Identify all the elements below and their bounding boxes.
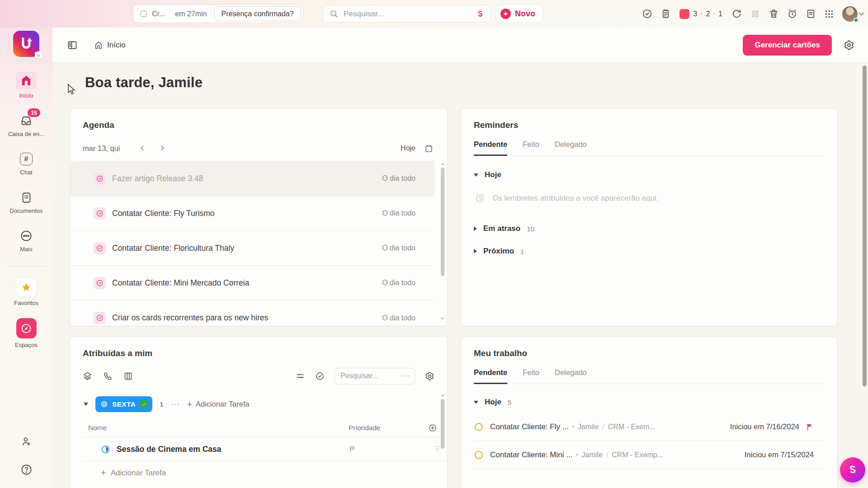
task-status-icon[interactable] <box>101 445 110 454</box>
task-status-icon[interactable] <box>475 423 483 431</box>
sidebar-item-chat[interactable]: # Chat <box>1 152 52 176</box>
apps-grid-icon[interactable] <box>824 9 835 19</box>
more-options-icon[interactable]: ··· <box>401 371 410 380</box>
my-work-card: Meu trabalho Pendente Feito Delegado Hoj… <box>461 336 838 488</box>
agenda-event-row[interactable]: Contatar Cliente: Floricultura Thaly O d… <box>70 231 434 266</box>
next-day-button[interactable] <box>156 142 168 154</box>
work-task-row[interactable]: Contatar Cliente: Mini ... • Jamile / CR… <box>474 441 825 469</box>
search-icon <box>330 9 338 18</box>
tab-delegado[interactable]: Delegado <box>555 368 587 384</box>
event-check-icon[interactable] <box>94 207 106 220</box>
priority-flag-icon[interactable] <box>349 446 356 453</box>
reminders-overdue-section[interactable]: Em atraso 10 <box>474 224 825 233</box>
reminders-upcoming-section[interactable]: Próximo 1 <box>474 247 825 256</box>
check-circle-icon[interactable] <box>315 371 325 381</box>
group-row-sexta: SEXTA 1 ··· + Adicionar Tarefa <box>84 396 434 412</box>
help-icon[interactable] <box>19 463 33 476</box>
timer-widget[interactable]: Cr... em 27min Presença confirmada? <box>133 5 303 23</box>
trash-icon[interactable] <box>768 9 779 19</box>
assigned-search-input[interactable] <box>340 372 386 380</box>
assigned-search[interactable]: ··· <box>335 368 415 385</box>
board-columns-icon[interactable] <box>123 371 133 381</box>
sidebar-item-mais[interactable]: Mais <box>1 229 52 253</box>
agenda-today-button[interactable]: Hoje <box>401 144 415 152</box>
my-work-today-section[interactable]: Hoje 5 <box>474 398 825 407</box>
tab-pendente[interactable]: Pendente <box>474 140 507 156</box>
tab-pendente[interactable]: Pendente <box>474 368 507 384</box>
task-status-icon[interactable] <box>475 451 483 459</box>
sidebar-item-documentos[interactable]: Documentos <box>1 191 52 214</box>
agenda-date-bar: mar 13, qui Hoje <box>83 141 434 155</box>
group-pill-sexta[interactable]: SEXTA <box>95 396 152 412</box>
ai-assistant-icon[interactable] <box>475 9 485 19</box>
tab-feito[interactable]: Feito <box>523 368 539 384</box>
overdue-flag-icon <box>806 423 814 431</box>
assigned-scrollbar[interactable]: ▲ <box>440 393 445 483</box>
event-check-icon[interactable] <box>94 242 106 254</box>
alarm-clock-icon[interactable] <box>787 9 797 19</box>
new-item-button[interactable]: + Novo <box>495 5 543 23</box>
event-check-icon[interactable] <box>94 312 106 324</box>
assigned-table-header: Nome Prioridade <box>83 418 447 437</box>
workspace-logo[interactable] <box>13 31 39 57</box>
add-column-icon[interactable] <box>428 423 437 432</box>
timer-task-label: Cr... <box>152 10 165 18</box>
check-circle-icon[interactable] <box>642 9 652 19</box>
drag-handle[interactable]: ⠿ <box>435 445 439 453</box>
manage-cards-button[interactable]: Gerenciar cartões <box>743 35 832 56</box>
ai-swirl-icon <box>846 464 859 476</box>
tab-feito[interactable]: Feito <box>523 140 539 155</box>
timer-task[interactable]: Cr... <box>140 10 165 18</box>
search-input[interactable] <box>344 9 470 19</box>
event-check-icon[interactable] <box>94 277 106 289</box>
columns-view-icon[interactable] <box>750 9 760 19</box>
status-counters[interactable]: 3 2 1 <box>679 9 722 19</box>
footer-add-task[interactable]: + Adicionar Tarefa <box>101 468 447 478</box>
main-content: Boa tarde, Jamile Agenda mar 13, qui Hoj… <box>52 63 868 488</box>
caret-down-icon[interactable] <box>84 403 88 406</box>
sidebar-item-espacos[interactable]: Espaços <box>1 318 52 348</box>
add-task-button[interactable]: + Adicionar Tarefa <box>187 399 250 409</box>
presence-confirm-button[interactable]: Presença confirmada? <box>214 6 301 21</box>
group-task-count: 1 <box>160 400 164 408</box>
settings-gear-icon[interactable] <box>844 40 854 51</box>
reminders-today-section[interactable]: Hoje <box>474 170 825 179</box>
group-more-icon[interactable]: ··· <box>171 400 180 409</box>
agenda-event-row[interactable]: Fazer artigo Release 3.48 O dia todo <box>70 161 434 196</box>
event-check-icon[interactable] <box>94 173 106 185</box>
list-name: CRM - Exem... <box>608 423 656 431</box>
agenda-event-row[interactable]: Contatar Cliente: Fly Turismo O dia todo <box>70 196 434 231</box>
sidebar-item-inicio[interactable]: Início <box>1 72 52 99</box>
ai-assistant-fab[interactable] <box>840 457 865 483</box>
user-menu[interactable] <box>842 6 863 22</box>
tab-delegado[interactable]: Delegado <box>555 140 587 155</box>
invite-user-icon[interactable] <box>19 435 33 448</box>
page-scrollbar[interactable] <box>863 66 867 386</box>
workspace-switcher-icon[interactable] <box>35 52 42 59</box>
filter-icon[interactable] <box>296 371 305 381</box>
assignee: Jamile <box>582 451 603 459</box>
clipboard-icon[interactable] <box>660 9 671 19</box>
document-icon[interactable] <box>805 9 816 19</box>
inbox-count-badge: 15 <box>28 108 40 117</box>
refresh-icon[interactable] <box>731 9 742 19</box>
prev-day-button[interactable] <box>137 142 148 154</box>
breadcrumb[interactable]: Início <box>94 41 126 50</box>
agenda-event-row[interactable]: Contatar Cliente: Mini Mercado Correia O… <box>70 266 434 300</box>
settings-gear-icon[interactable] <box>425 371 434 381</box>
red-counter-icon <box>679 9 689 19</box>
phone-icon[interactable] <box>103 371 113 381</box>
agenda-scrollbar[interactable]: ▲ ▼ <box>440 162 445 321</box>
task-meta: • Jamile / CRM - Exem... <box>572 423 656 431</box>
group-check-icon[interactable] <box>140 400 148 408</box>
sidebar-toggle-icon[interactable] <box>67 40 78 51</box>
layers-icon[interactable] <box>83 371 92 381</box>
upcoming-count: 1 <box>520 248 524 255</box>
work-task-row[interactable]: Contatar Cliente: Fly ... • Jamile / CRM… <box>474 413 825 441</box>
sidebar-item-favoritos[interactable]: Favoritos <box>1 278 52 306</box>
agenda-event-row[interactable]: Criar os cards recorrentes para os new h… <box>70 300 434 326</box>
task-row[interactable]: Sessão de Cinema em Casa ⠿ <box>83 437 447 461</box>
calendar-icon[interactable] <box>423 142 434 154</box>
sidebar-item-caixa-de-entrada[interactable]: 15 Caixa de en... <box>1 114 52 137</box>
global-search[interactable] <box>323 5 491 23</box>
